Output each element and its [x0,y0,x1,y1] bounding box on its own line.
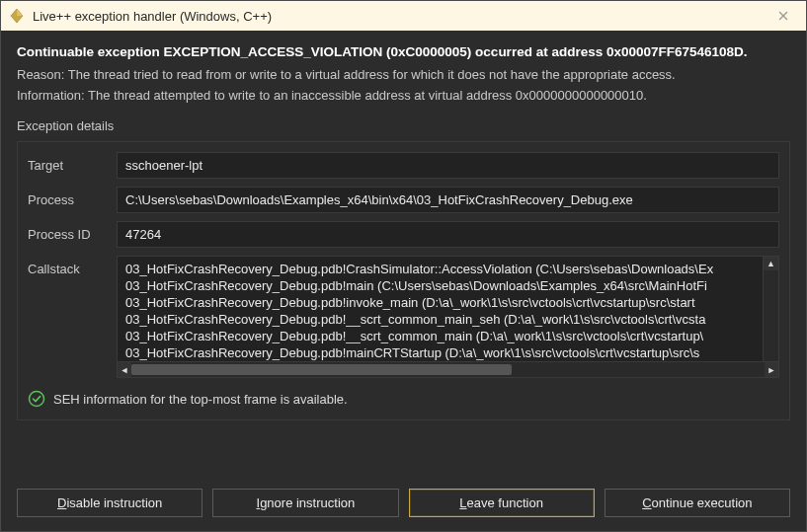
information-line: Information: The thread attempted to wri… [17,88,790,103]
callstack-content: 03_HotFixCrashRecovery_Debug.pdb!CrashSi… [118,257,778,361]
h-scroll-thumb[interactable] [131,364,512,375]
button-row: Disable instruction Ignore instruction L… [1,479,806,531]
app-icon [9,8,25,24]
exception-details-label: Exception details [17,118,790,133]
close-button[interactable] [768,4,798,28]
check-circle-icon [28,390,45,408]
disable-instruction-button[interactable]: Disable instruction [17,489,202,517]
ignore-instruction-button[interactable]: Ignore instruction [212,489,398,517]
h-scroll-track[interactable] [131,362,765,377]
titlebar: Live++ exception handler (Windows, C++) [1,1,806,31]
callstack-frame[interactable]: 03_HotFixCrashRecovery_Debug.pdb!CrashSi… [125,261,772,277]
pid-label: Process ID [28,221,107,242]
exception-dialog: Live++ exception handler (Windows, C++) … [0,0,807,532]
seh-status-row: SEH information for the top-most frame i… [28,390,779,408]
process-label: Process [28,187,107,207]
callstack-box[interactable]: 03_HotFixCrashRecovery_Debug.pdb!CrashSi… [117,256,779,378]
window-title: Live++ exception handler (Windows, C++) [33,9,761,24]
callstack-frame[interactable]: 03_HotFixCrashRecovery_Debug.pdb!__scrt_… [125,311,772,328]
seh-status-text: SEH information for the top-most frame i… [53,392,348,407]
process-row: Process [28,187,779,213]
continue-execution-button[interactable]: Continue execution [605,489,790,517]
exception-headline: Continuable exception EXCEPTION_ACCESS_V… [17,44,790,59]
reason-line: Reason: The thread tried to read from or… [17,67,790,82]
scroll-up-arrow-icon[interactable]: ▲ [764,257,778,270]
callstack-frame[interactable]: 03_HotFixCrashRecovery_Debug.pdb!invoke_… [125,294,772,311]
pid-row: Process ID [28,221,779,248]
scroll-right-arrow-icon[interactable]: ► [765,362,778,377]
vertical-scrollbar[interactable]: ▲ [763,257,778,361]
scroll-left-arrow-icon[interactable]: ◄ [118,362,131,377]
pid-field[interactable] [117,221,779,248]
callstack-frame[interactable]: 03_HotFixCrashRecovery_Debug.pdb!main (C… [125,277,772,294]
target-label: Target [28,152,107,173]
content-area: Continuable exception EXCEPTION_ACCESS_V… [1,31,806,479]
svg-point-2 [30,392,44,407]
leave-function-button[interactable]: Leave function [409,489,595,517]
horizontal-scrollbar[interactable]: ◄ ► [118,361,778,377]
v-scroll-track[interactable] [764,270,778,361]
process-field[interactable] [117,187,779,213]
callstack-frame[interactable]: 03_HotFixCrashRecovery_Debug.pdb!mainCRT… [125,344,772,361]
callstack-frame[interactable]: 03_HotFixCrashRecovery_Debug.pdb!__scrt_… [125,328,772,344]
close-icon [778,11,788,21]
target-row: Target [28,152,779,179]
callstack-label: Callstack [28,256,107,276]
target-field[interactable] [117,152,779,179]
exception-details-box: Target Process Process ID Callstack 03_H… [17,141,790,420]
callstack-row: Callstack 03_HotFixCrashRecovery_Debug.p… [28,256,779,378]
